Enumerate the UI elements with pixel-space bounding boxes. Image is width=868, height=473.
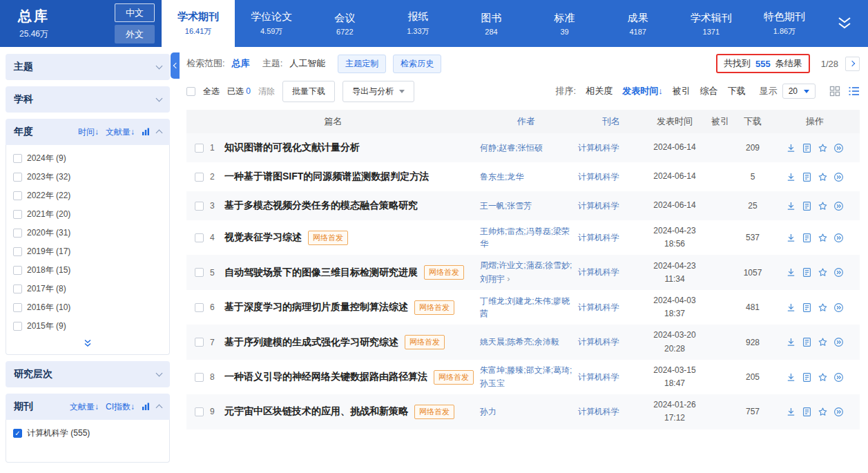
article-title-link[interactable]: 知识图谱的可视化文献计量分析	[224, 142, 360, 154]
journal-link[interactable]: 计算机科学	[578, 336, 644, 348]
cite-icon[interactable]	[833, 302, 844, 313]
year-checkbox[interactable]	[13, 229, 22, 238]
database-tab[interactable]: 会议 6722	[308, 0, 381, 47]
page-size-select[interactable]: 20	[782, 84, 816, 99]
tab-foreign[interactable]: 外文	[115, 25, 155, 44]
year-checkbox[interactable]	[13, 173, 22, 182]
database-tab[interactable]: 成果 4187	[601, 0, 675, 47]
authors-cell[interactable]: 周熠;许业文;蒲磊;徐雪妙;刘翔宇	[480, 259, 578, 286]
scope-value[interactable]: 总库	[232, 57, 250, 70]
authors-text[interactable]: 鲁东生;龙华	[480, 172, 523, 182]
year-checkbox[interactable]	[13, 191, 22, 200]
row-checkbox[interactable]	[195, 407, 204, 416]
total-library-block[interactable]: 总库 25.46万 中文 外文	[0, 0, 162, 47]
download-icon[interactable]	[786, 302, 796, 313]
database-tab[interactable]: 图书 284	[454, 0, 528, 47]
year-filter-item[interactable]: 2018年 (15)	[13, 261, 162, 280]
total-library[interactable]: 总库 25.46万	[18, 7, 50, 40]
article-title-link[interactable]: 基于序列建模的生成式强化学习研究综述	[224, 336, 398, 349]
download-icon[interactable]	[786, 172, 796, 182]
article-title-link[interactable]: 基于多模态视频分类任务的模态融合策略研究	[224, 200, 418, 212]
chevron-down-icon[interactable]	[156, 63, 163, 70]
authors-cell[interactable]: 丁维龙;刘建龙;朱伟;廖晓茜	[480, 295, 578, 320]
journal-link[interactable]: 计算机科学	[578, 267, 644, 278]
article-title-link[interactable]: 一种语义引导的神经网络关键数据路由路径算法	[224, 371, 427, 383]
cite-icon[interactable]	[833, 233, 844, 243]
article-title-link[interactable]: 视觉表征学习综述	[224, 231, 302, 244]
sort-option[interactable]: 发表时间↓	[622, 85, 663, 97]
year-checkbox[interactable]	[13, 247, 22, 256]
bar-chart-icon[interactable]	[142, 403, 150, 411]
favorite-icon[interactable]	[818, 201, 828, 211]
database-tab[interactable]: 学术辑刊 1371	[675, 0, 748, 47]
year-checkbox[interactable]	[13, 284, 22, 293]
year-checkbox[interactable]	[13, 303, 22, 312]
article-title-link[interactable]: 自动驾驶场景下的图像三维目标检测研究进展	[224, 267, 418, 279]
chevron-down-icon[interactable]	[156, 370, 163, 377]
html-read-icon[interactable]	[802, 302, 812, 313]
select-all-checkbox[interactable]	[186, 87, 195, 96]
year-filter-item[interactable]: 2024年 (9)	[13, 149, 162, 168]
html-read-icon[interactable]	[802, 201, 812, 211]
authors-text[interactable]: 何静;赵睿;张恒硕	[480, 143, 543, 153]
html-read-icon[interactable]	[802, 233, 812, 243]
year-filter-item[interactable]: 2022年 (22)	[13, 186, 162, 205]
bar-chart-icon[interactable]	[142, 128, 150, 136]
journal-filter-item[interactable]: 计算机科学 (555)	[13, 424, 162, 443]
authors-cell[interactable]: 朱富坤;滕臻;邵文泽;葛琦;孙玉宝	[480, 364, 578, 389]
journal-link[interactable]: 计算机科学	[578, 171, 644, 183]
sidebar-collapse-icon[interactable]	[171, 52, 180, 79]
authors-cell[interactable]: 鲁东生;龙华	[480, 171, 578, 184]
row-checkbox[interactable]	[195, 268, 204, 277]
row-checkbox[interactable]	[195, 173, 204, 182]
row-checkbox[interactable]	[195, 202, 204, 211]
journal-link[interactable]: 计算机科学	[578, 142, 644, 154]
authors-text[interactable]: 周熠;许业文;蒲磊;徐雪妙;刘翔宇	[480, 260, 572, 284]
year-filter-item[interactable]: 2017年 (8)	[13, 280, 162, 298]
panel-subject-header[interactable]: 学科	[6, 86, 170, 113]
year-filter-item[interactable]: 2020年 (31)	[13, 224, 162, 242]
favorite-icon[interactable]	[818, 372, 828, 383]
article-title-link[interactable]: 元宇宙中区块链技术的应用、挑战和新策略	[224, 405, 408, 418]
export-analyze-button[interactable]: 导出与分析	[343, 81, 414, 102]
favorite-icon[interactable]	[818, 267, 828, 278]
database-tab[interactable]: 学术期刊 16.41万	[162, 0, 235, 47]
cite-icon[interactable]	[833, 337, 844, 347]
sort-option[interactable]: 被引	[673, 85, 691, 97]
journal-sort-count[interactable]: 文献量↓	[70, 401, 99, 413]
favorite-icon[interactable]	[818, 233, 828, 243]
list-view-icon[interactable]	[848, 86, 860, 97]
journal-link[interactable]: 计算机科学	[578, 232, 644, 244]
html-read-icon[interactable]	[802, 337, 812, 347]
journal-link[interactable]: 计算机科学	[578, 302, 644, 313]
grid-view-icon[interactable]	[829, 86, 840, 97]
authors-cell[interactable]: 孙力	[480, 405, 578, 418]
sort-option[interactable]: 下载	[728, 85, 746, 97]
journal-link[interactable]: 计算机科学	[578, 406, 644, 418]
collapse-banner-icon[interactable]	[821, 0, 868, 47]
year-filter-item[interactable]: 2023年 (32)	[13, 168, 162, 186]
sort-option[interactable]: 相关度	[586, 85, 613, 97]
topic-custom-button[interactable]: 主题定制	[338, 55, 386, 73]
html-read-icon[interactable]	[802, 143, 812, 153]
clear-selection-button[interactable]: 清除	[258, 86, 275, 97]
cite-icon[interactable]	[833, 172, 844, 182]
download-icon[interactable]	[786, 267, 796, 278]
tab-chinese[interactable]: 中文	[115, 3, 155, 22]
journal-checkbox[interactable]	[13, 429, 22, 438]
year-filter-item[interactable]: 2015年 (9)	[13, 317, 162, 336]
html-read-icon[interactable]	[802, 407, 812, 417]
download-icon[interactable]	[786, 201, 796, 211]
authors-text[interactable]: 丁维龙;刘建龙;朱伟;廖晓茜	[480, 296, 570, 319]
year-filter-item[interactable]: 2016年 (10)	[13, 298, 162, 317]
chevron-up-icon[interactable]	[156, 130, 163, 137]
article-title-link[interactable]: 一种基于谱图SIFT的同源频谱监测数据判定方法	[224, 171, 429, 183]
download-icon[interactable]	[786, 337, 796, 347]
authors-cell[interactable]: 何静;赵睿;张恒硕	[480, 142, 578, 155]
authors-cell[interactable]: 姚天晨;陈希亮;余沛毅	[480, 336, 578, 349]
authors-text[interactable]: 王一帆;张雪芳	[480, 201, 532, 211]
row-checkbox[interactable]	[195, 233, 204, 242]
year-checkbox[interactable]	[13, 322, 22, 331]
database-tab[interactable]: 学位论文 4.59万	[235, 0, 308, 47]
article-title-link[interactable]: 基于深度学习的病理切片质量控制算法综述	[224, 301, 408, 313]
